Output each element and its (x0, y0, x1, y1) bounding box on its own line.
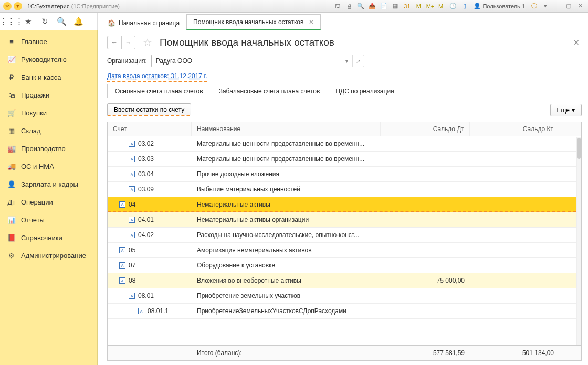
apps-icon[interactable]: ⋮⋮⋮ (6, 17, 16, 26)
search-icon[interactable]: 🔍 (57, 17, 66, 26)
favorite-star-icon[interactable]: ☆ (143, 36, 152, 49)
sidebar-item-11[interactable]: 📕Справочники (0, 229, 97, 246)
tb-save-icon[interactable]: 🖫 (333, 2, 342, 11)
tb-grid-icon[interactable]: ▦ (391, 2, 400, 11)
account-icon: A (119, 262, 125, 269)
tb-clock-icon[interactable]: 🕓 (448, 2, 458, 11)
sidebar-icon: 📕 (7, 233, 16, 242)
sidebar-item-4[interactable]: 🛒Покупки (0, 104, 97, 122)
tb-send-icon[interactable]: 📤 (368, 2, 377, 11)
table-body[interactable]: A03.02Материальные ценности предоставлен… (108, 136, 581, 345)
tab-initial-balances[interactable]: Помощник ввода начальных остатков ✕ (186, 14, 321, 30)
open-tabs: 🏠 Начальная страница Помощник ввода нача… (98, 13, 321, 30)
cell-account: A08.01.1 (108, 305, 192, 317)
enter-balance-button[interactable]: Ввести остатки по счету (107, 103, 191, 116)
app-subtitle-text: (1С:Предприятие) (71, 3, 120, 9)
date-link[interactable]: Дата ввода остатков: 31.12.2017 г. (107, 72, 207, 82)
table-row[interactable]: A03.09Выбытие материальных ценностей (108, 182, 581, 197)
inner-tab-nds[interactable]: НДС по реализации (328, 84, 402, 98)
table-row[interactable]: A04Нематериальные активы (108, 197, 581, 212)
scroll-thumb[interactable] (578, 138, 581, 159)
cell-kt (470, 278, 559, 283)
sidebar-item-6[interactable]: 🏭Производство (0, 139, 97, 157)
window-minimize[interactable]: — (552, 2, 562, 11)
nav-fwd-button[interactable]: → (121, 36, 135, 49)
tb-mem-mminus[interactable]: M- (437, 2, 446, 11)
table-row[interactable]: A08Вложения во внеоборотные активы75 000… (108, 273, 581, 288)
nav-back-button[interactable]: ← (108, 36, 121, 49)
sidebar-item-0[interactable]: ≡Главное (0, 33, 97, 50)
scrollbar[interactable] (576, 137, 581, 345)
cell-kt (470, 233, 559, 237)
sidebar-item-9[interactable]: ДтОперации (0, 193, 97, 211)
sidebar-item-2[interactable]: ₽Банк и касса (0, 68, 97, 86)
tb-info-icon[interactable]: ⓘ (529, 2, 539, 11)
sidebar-icon: ≡ (7, 37, 16, 46)
cell-kt (470, 187, 559, 191)
table-row[interactable]: A05Амортизация нематериальных активов (108, 243, 581, 258)
page-close-icon[interactable]: ✕ (571, 36, 582, 49)
account-icon: A (119, 247, 125, 253)
org-field-row: Организация: Радуга ООО ▾ ↗ (107, 55, 582, 67)
org-dropdown-icon[interactable]: ▾ (341, 55, 352, 67)
table-row[interactable]: A07Оборудование к установке (108, 258, 581, 273)
tab-home[interactable]: 🏠 Начальная страница (101, 15, 186, 30)
sidebar-icon: 👤 (7, 180, 16, 188)
cell-account: A08 (108, 275, 192, 286)
cell-account: A04.01 (108, 214, 192, 226)
tb-mem-m[interactable]: M (414, 2, 423, 11)
inner-tab-main[interactable]: Основные счета плана счетов (107, 84, 211, 98)
sidebar-item-5[interactable]: ▦Склад (0, 122, 97, 139)
window-close[interactable]: ✕ (575, 2, 585, 11)
table-row[interactable]: A04.02Расходы на научно-исследовательски… (108, 228, 581, 243)
tab-active-label: Помощник ввода начальных остатков (193, 18, 303, 26)
cell-account: A08.01 (108, 290, 192, 302)
cell-dt (381, 218, 470, 222)
tb-print-icon[interactable]: 🖨 (344, 2, 354, 11)
tb-doc-icon[interactable]: 📄 (379, 2, 388, 11)
sidebar-item-12[interactable]: ⚙Администрирование (0, 246, 97, 264)
tb-panel-icon[interactable]: ▯ (460, 2, 469, 11)
sidebar-item-10[interactable]: 📊Отчеты (0, 211, 97, 229)
tb-info-dd[interactable]: ▾ (541, 2, 550, 11)
tb-mem-mplus[interactable]: M+ (425, 2, 435, 11)
cell-name: Материальные ценности предоставленные во… (192, 153, 381, 165)
col-account[interactable]: Счет (108, 122, 192, 136)
col-name[interactable]: Наименование (192, 122, 381, 136)
table-footer: Итого (баланс): 577 581,59 501 134,00 (108, 345, 581, 360)
table-row[interactable]: A08.01.1ПриобретениеЗемельныхУчастковСДо… (108, 304, 581, 319)
table-row[interactable]: A08.01Приобретение земельных участков (108, 288, 581, 304)
table-row[interactable]: A03.02Материальные ценности предоставлен… (108, 136, 581, 152)
tb-preview-icon[interactable]: 🔍 (356, 2, 365, 11)
table-row[interactable]: A04.01Нематериальные активы организации (108, 212, 581, 228)
sidebar-item-1[interactable]: 📈Руководителю (0, 50, 97, 68)
app-menu-dropdown[interactable]: ▾ (14, 2, 22, 10)
sidebar-item-3[interactable]: 🛍Продажи (0, 86, 97, 104)
history-icon[interactable]: ↻ (40, 17, 49, 26)
org-label: Организация: (107, 57, 147, 65)
sidebar-item-label: Администрирование (21, 252, 86, 260)
tab-close-icon[interactable]: ✕ (309, 18, 314, 26)
org-open-icon[interactable]: ↗ (352, 55, 364, 67)
inner-tab-offbalance[interactable]: Забалансовые счета плана счетов (211, 84, 328, 98)
window-maximize[interactable]: ▢ (564, 2, 573, 11)
sidebar-icon: 📊 (7, 216, 16, 224)
window-title: 1С:Бухгалтерия (1С:Предприятие) (27, 3, 120, 9)
table-row[interactable]: A03.04Прочие доходные вложения (108, 167, 581, 182)
sidebar-item-label: Зарплата и кадры (21, 180, 78, 188)
col-dt[interactable]: Сальдо Дт (381, 122, 470, 136)
col-kt[interactable]: Сальдо Кт (470, 122, 559, 136)
tb-user[interactable]: 👤 Пользователь 1 (474, 3, 525, 9)
tb-calendar-icon[interactable]: 31 (402, 2, 412, 11)
org-select[interactable]: Радуга ООО ▾ ↗ (151, 55, 364, 67)
sidebar-icon: ⚙ (7, 251, 16, 260)
cell-kt (470, 172, 559, 176)
sidebar-item-8[interactable]: 👤Зарплата и кадры (0, 175, 97, 193)
more-button[interactable]: Еще ▾ (550, 104, 582, 116)
table-row[interactable]: A03.03Материальные ценности предоставлен… (108, 152, 581, 167)
favorite-icon[interactable]: ★ (23, 17, 33, 26)
sidebar-item-label: Продажи (21, 91, 49, 99)
more-label: Еще (557, 106, 570, 114)
notifications-icon[interactable]: 🔔 (74, 17, 83, 26)
sidebar-item-7[interactable]: 🚚ОС и НМА (0, 157, 97, 175)
